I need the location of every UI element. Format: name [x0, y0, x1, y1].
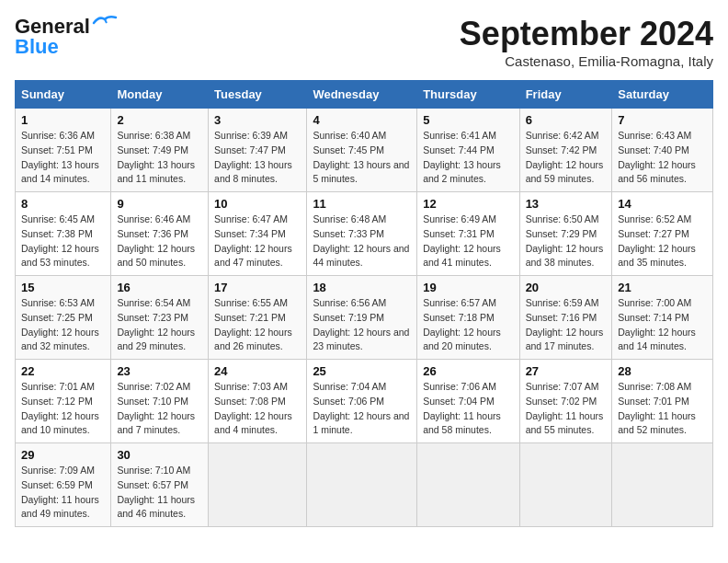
- calendar-cell: [519, 443, 612, 527]
- day-info: Sunrise: 7:00 AMSunset: 7:14 PMDaylight:…: [618, 296, 707, 354]
- calendar-cell: 26Sunrise: 7:06 AMSunset: 7:04 PMDayligh…: [417, 360, 519, 443]
- day-info: Sunrise: 6:36 AMSunset: 7:51 PMDaylight:…: [21, 129, 105, 187]
- day-info: Sunrise: 6:55 AMSunset: 7:21 PMDaylight:…: [214, 296, 301, 354]
- day-info: Sunrise: 6:59 AMSunset: 7:16 PMDaylight:…: [526, 296, 607, 354]
- day-info: Sunrise: 6:48 AMSunset: 7:33 PMDaylight:…: [313, 213, 411, 270]
- week-row-5: 29Sunrise: 7:09 AMSunset: 6:59 PMDayligh…: [16, 443, 713, 527]
- calendar-cell: 15Sunrise: 6:53 AMSunset: 7:25 PMDayligh…: [16, 276, 111, 360]
- calendar-cell: 23Sunrise: 7:02 AMSunset: 7:10 PMDayligh…: [111, 360, 209, 443]
- day-info: Sunrise: 6:39 AMSunset: 7:47 PMDaylight:…: [214, 129, 301, 187]
- col-header-wednesday: Wednesday: [307, 81, 417, 109]
- day-info: Sunrise: 7:06 AMSunset: 7:04 PMDaylight:…: [423, 380, 513, 438]
- day-info: Sunrise: 7:10 AMSunset: 6:57 PMDaylight:…: [117, 464, 202, 522]
- calendar-cell: [209, 443, 307, 527]
- day-number: 5: [423, 113, 513, 127]
- calendar-cell: 1Sunrise: 6:36 AMSunset: 7:51 PMDaylight…: [16, 109, 111, 192]
- calendar-cell: 22Sunrise: 7:01 AMSunset: 7:12 PMDayligh…: [16, 360, 111, 443]
- week-row-4: 22Sunrise: 7:01 AMSunset: 7:12 PMDayligh…: [16, 360, 713, 443]
- logo: General Blue: [15, 15, 118, 59]
- week-row-2: 8Sunrise: 6:45 AMSunset: 7:38 PMDaylight…: [16, 192, 713, 276]
- calendar-cell: 5Sunrise: 6:41 AMSunset: 7:44 PMDaylight…: [417, 109, 519, 192]
- calendar-cell: [612, 443, 713, 527]
- calendar-cell: 16Sunrise: 6:54 AMSunset: 7:23 PMDayligh…: [111, 276, 209, 360]
- day-number: 6: [526, 113, 607, 127]
- day-number: 26: [423, 364, 513, 378]
- day-info: Sunrise: 6:38 AMSunset: 7:49 PMDaylight:…: [117, 129, 202, 187]
- col-header-tuesday: Tuesday: [209, 81, 307, 109]
- day-info: Sunrise: 6:56 AMSunset: 7:19 PMDaylight:…: [313, 296, 411, 354]
- day-number: 18: [313, 281, 411, 294]
- day-number: 23: [117, 364, 202, 378]
- day-info: Sunrise: 7:03 AMSunset: 7:08 PMDaylight:…: [214, 380, 301, 438]
- day-number: 30: [117, 448, 202, 462]
- day-number: 11: [313, 197, 411, 211]
- day-number: 3: [214, 113, 301, 127]
- week-row-3: 15Sunrise: 6:53 AMSunset: 7:25 PMDayligh…: [16, 276, 713, 360]
- day-info: Sunrise: 6:40 AMSunset: 7:45 PMDaylight:…: [313, 129, 411, 187]
- day-number: 15: [21, 281, 105, 294]
- calendar-cell: 17Sunrise: 6:55 AMSunset: 7:21 PMDayligh…: [209, 276, 307, 360]
- day-number: 14: [618, 197, 707, 211]
- calendar-cell: 29Sunrise: 7:09 AMSunset: 6:59 PMDayligh…: [16, 443, 111, 527]
- day-number: 25: [313, 364, 411, 378]
- calendar-cell: 28Sunrise: 7:08 AMSunset: 7:01 PMDayligh…: [612, 360, 713, 443]
- calendar-cell: 10Sunrise: 6:47 AMSunset: 7:34 PMDayligh…: [209, 192, 307, 276]
- calendar-cell: 20Sunrise: 6:59 AMSunset: 7:16 PMDayligh…: [519, 276, 612, 360]
- calendar-cell: 9Sunrise: 6:46 AMSunset: 7:36 PMDaylight…: [111, 192, 209, 276]
- day-info: Sunrise: 6:50 AMSunset: 7:29 PMDaylight:…: [526, 213, 607, 270]
- day-info: Sunrise: 6:54 AMSunset: 7:23 PMDaylight:…: [117, 296, 202, 354]
- day-number: 29: [21, 448, 105, 462]
- day-number: 28: [618, 364, 707, 378]
- title-area: September 2024 Castenaso, Emilia-Romagna…: [460, 15, 713, 69]
- col-header-saturday: Saturday: [612, 81, 713, 109]
- day-number: 12: [423, 197, 513, 211]
- day-info: Sunrise: 6:46 AMSunset: 7:36 PMDaylight:…: [117, 213, 202, 270]
- day-number: 20: [526, 281, 607, 294]
- day-number: 9: [117, 197, 202, 211]
- calendar-cell: 6Sunrise: 6:42 AMSunset: 7:42 PMDaylight…: [519, 109, 612, 192]
- day-info: Sunrise: 6:53 AMSunset: 7:25 PMDaylight:…: [21, 296, 105, 354]
- day-number: 24: [214, 364, 301, 378]
- calendar-cell: 4Sunrise: 6:40 AMSunset: 7:45 PMDaylight…: [307, 109, 417, 192]
- calendar-cell: 30Sunrise: 7:10 AMSunset: 6:57 PMDayligh…: [111, 443, 209, 527]
- day-number: 4: [313, 113, 411, 127]
- month-title: September 2024: [460, 15, 713, 53]
- col-header-thursday: Thursday: [417, 81, 519, 109]
- calendar-cell: 21Sunrise: 7:00 AMSunset: 7:14 PMDayligh…: [612, 276, 713, 360]
- day-number: 1: [21, 113, 105, 127]
- calendar-table: SundayMondayTuesdayWednesdayThursdayFrid…: [15, 80, 713, 527]
- day-number: 17: [214, 281, 301, 294]
- calendar-cell: 12Sunrise: 6:49 AMSunset: 7:31 PMDayligh…: [417, 192, 519, 276]
- day-info: Sunrise: 7:01 AMSunset: 7:12 PMDaylight:…: [21, 380, 105, 438]
- calendar-cell: 11Sunrise: 6:48 AMSunset: 7:33 PMDayligh…: [307, 192, 417, 276]
- day-info: Sunrise: 6:47 AMSunset: 7:34 PMDaylight:…: [214, 213, 301, 270]
- day-number: 19: [423, 281, 513, 294]
- calendar-cell: 2Sunrise: 6:38 AMSunset: 7:49 PMDaylight…: [111, 109, 209, 192]
- col-header-sunday: Sunday: [16, 81, 111, 109]
- logo-text-blue: Blue: [15, 35, 59, 59]
- col-header-monday: Monday: [111, 81, 209, 109]
- calendar-cell: 13Sunrise: 6:50 AMSunset: 7:29 PMDayligh…: [519, 192, 612, 276]
- day-info: Sunrise: 6:52 AMSunset: 7:27 PMDaylight:…: [618, 213, 707, 270]
- day-info: Sunrise: 7:08 AMSunset: 7:01 PMDaylight:…: [618, 380, 707, 438]
- calendar-cell: 8Sunrise: 6:45 AMSunset: 7:38 PMDaylight…: [16, 192, 111, 276]
- day-number: 7: [618, 113, 707, 127]
- logo-bird-icon: [92, 14, 118, 30]
- day-info: Sunrise: 6:42 AMSunset: 7:42 PMDaylight:…: [526, 129, 607, 187]
- day-info: Sunrise: 6:57 AMSunset: 7:18 PMDaylight:…: [423, 296, 513, 354]
- day-info: Sunrise: 7:04 AMSunset: 7:06 PMDaylight:…: [313, 380, 411, 438]
- day-info: Sunrise: 7:07 AMSunset: 7:02 PMDaylight:…: [526, 380, 607, 438]
- calendar-cell: 18Sunrise: 6:56 AMSunset: 7:19 PMDayligh…: [307, 276, 417, 360]
- location-subtitle: Castenaso, Emilia-Romagna, Italy: [460, 53, 713, 69]
- calendar-cell: 19Sunrise: 6:57 AMSunset: 7:18 PMDayligh…: [417, 276, 519, 360]
- day-number: 10: [214, 197, 301, 211]
- calendar-cell: 25Sunrise: 7:04 AMSunset: 7:06 PMDayligh…: [307, 360, 417, 443]
- day-number: 21: [618, 281, 707, 294]
- calendar-cell: 14Sunrise: 6:52 AMSunset: 7:27 PMDayligh…: [612, 192, 713, 276]
- calendar-cell: 3Sunrise: 6:39 AMSunset: 7:47 PMDaylight…: [209, 109, 307, 192]
- header-row: SundayMondayTuesdayWednesdayThursdayFrid…: [16, 81, 713, 109]
- day-number: 13: [526, 197, 607, 211]
- col-header-friday: Friday: [519, 81, 612, 109]
- calendar-cell: [307, 443, 417, 527]
- day-number: 22: [21, 364, 105, 378]
